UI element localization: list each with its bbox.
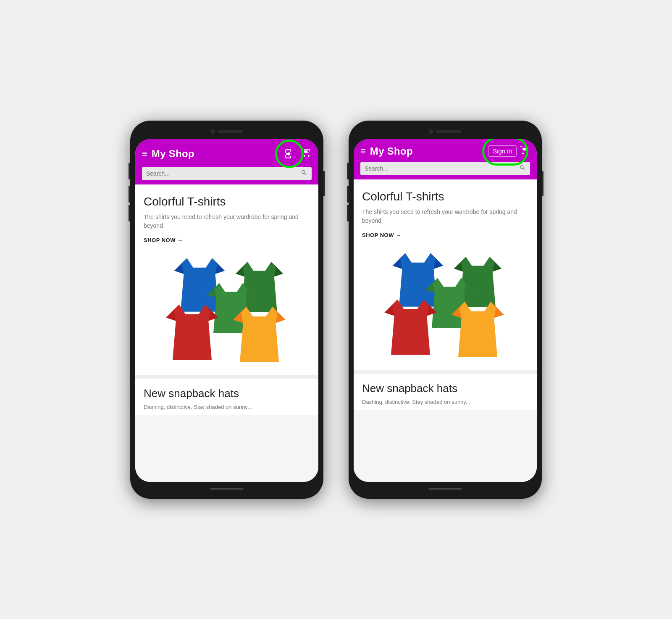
red-tshirt-2 xyxy=(378,299,443,356)
search-input-2[interactable] xyxy=(365,165,516,172)
hero-section-2: Colorful T-shirts The shirts you need to… xyxy=(354,179,537,249)
phone-1-bottom-bar xyxy=(135,484,318,494)
search-bar-2 xyxy=(360,162,530,175)
red-tshirt xyxy=(160,304,225,361)
next-section-title-1: New snapback hats xyxy=(144,387,310,400)
phone-2: ≡ My Shop Sign in xyxy=(349,121,542,499)
next-section-subtitle-1: Dashing, distinctive. Stay shaded on sun… xyxy=(144,403,310,411)
page-wrapper: ≡ My Shop xyxy=(130,121,542,499)
screen-content-1: Colorful T-shirts The shirts you need to… xyxy=(135,184,318,482)
next-section-title-2: New snapback hats xyxy=(362,382,528,395)
search-icon-1 xyxy=(301,169,307,178)
phone-2-bottom-bar xyxy=(354,484,537,494)
speaker xyxy=(218,130,243,133)
header-top-1: ≡ My Shop xyxy=(142,145,312,163)
next-section-subtitle-2: Dashing, distinctive. Stay shaded on sun… xyxy=(362,398,528,406)
signin-button[interactable]: Sign in xyxy=(488,145,517,157)
home-indicator-1 xyxy=(210,488,244,490)
header-top-2: ≡ My Shop Sign in xyxy=(360,145,530,158)
app-header-1: ≡ My Shop xyxy=(135,139,318,184)
search-bar-1 xyxy=(142,167,312,180)
app-title-2: My Shop xyxy=(370,145,484,157)
shop-now-button-2[interactable]: SHOP NOW → xyxy=(362,232,528,238)
tshirt-area-1 xyxy=(135,253,318,375)
front-camera-2 xyxy=(429,129,433,134)
search-icon-2 xyxy=(519,164,526,173)
app-title-1: My Shop xyxy=(152,148,276,160)
phone-1: ≡ My Shop xyxy=(130,121,323,499)
header-actions-2: Sign in xyxy=(488,145,530,158)
next-section-1: New snapback hats Dashing, distinctive. … xyxy=(135,379,318,415)
section-divider-1 xyxy=(135,375,318,379)
header-actions-1 xyxy=(281,145,312,163)
next-section-2: New snapback hats Dashing, distinctive. … xyxy=(354,374,537,410)
phone-1-screen: ≡ My Shop xyxy=(135,139,318,482)
cart-icon-button-2[interactable] xyxy=(520,145,530,158)
tshirts-container-2 xyxy=(378,253,512,362)
yellow-tshirt xyxy=(227,306,292,363)
cart-icon-1 xyxy=(302,148,312,158)
hero-subtitle-2: The shirts you need to refresh your ward… xyxy=(362,208,528,225)
login-arrow-icon xyxy=(284,148,295,159)
screen-content-2: Colorful T-shirts The shirts you need to… xyxy=(354,179,537,482)
app-header-2: ≡ My Shop Sign in xyxy=(354,139,537,179)
cart-icon-button-1[interactable] xyxy=(302,148,312,160)
shop-now-button-1[interactable]: SHOP NOW → xyxy=(144,237,310,243)
login-icon-button[interactable] xyxy=(281,145,298,163)
hero-subtitle-1: The shirts you need to refresh your ward… xyxy=(144,213,310,230)
tshirt-area-2 xyxy=(354,248,537,370)
hamburger-icon[interactable]: ≡ xyxy=(142,149,147,158)
home-indicator-2 xyxy=(428,488,462,490)
cart-icon-2 xyxy=(520,145,530,155)
hero-title-1: Colorful T-shirts xyxy=(144,195,310,209)
front-camera xyxy=(210,129,215,134)
hero-title-2: Colorful T-shirts xyxy=(362,190,528,204)
yellow-tshirt-2 xyxy=(445,301,510,358)
phone-2-top-bar xyxy=(354,126,537,137)
search-input-1[interactable] xyxy=(146,170,297,177)
speaker-2 xyxy=(436,130,462,133)
section-divider-2 xyxy=(354,370,537,374)
tshirts-container-1 xyxy=(160,258,294,367)
hero-section-1: Colorful T-shirts The shirts you need to… xyxy=(135,184,318,254)
phone-2-screen: ≡ My Shop Sign in xyxy=(354,139,537,482)
hamburger-icon-2[interactable]: ≡ xyxy=(360,147,366,156)
phone-1-top-bar xyxy=(135,126,318,137)
